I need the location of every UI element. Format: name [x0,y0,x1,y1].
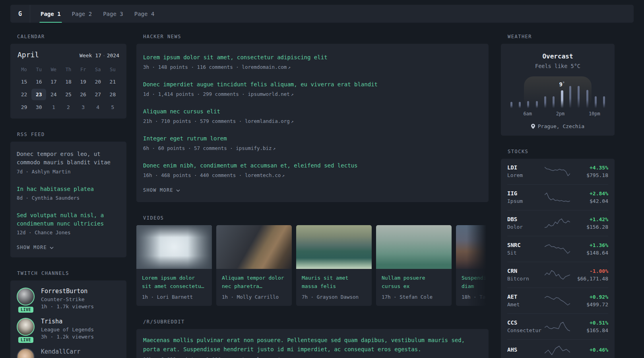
video-title-link[interactable]: Mauris sit amet massa felis [302,274,366,291]
stock-row[interactable]: LDI Lorem +4.35% $795.18 [507,159,608,184]
twitch-channel-row[interactable]: LIVE ForrestBurton Counter-Strike 1h · 1… [17,288,120,309]
rss-item-meta: 7d · Ashlyn Martin [17,169,120,175]
stock-sparkline [545,321,570,332]
external-link-icon: ↗ [290,119,294,124]
twitch-section-title: TWITCH CHANNELS [10,270,126,280]
twitch-channel-name[interactable]: KendallCarr [41,348,80,355]
tab-page-2[interactable]: Page 2 [66,5,98,23]
tab-page-3[interactable]: Page 3 [97,5,129,23]
video-card[interactable]: Aliquam tempor dolor nec pharetra… 1h · … [216,225,292,306]
temperature-bar-slot [592,84,600,108]
video-thumbnail[interactable] [136,225,212,269]
time-axis-label [600,111,608,117]
hn-item-link[interactable]: Integer eget rutrum lorem [143,134,482,143]
calendar-dow: We [46,65,61,75]
video-card[interactable]: Lorem ipsum dolor sit amet consectetu… 1… [136,225,212,306]
stock-row[interactable]: CRN Bitcorn -1.00% $66,171.48 [507,262,608,288]
hn-item-domain-link[interactable]: ipsumify.biz↗ [236,145,275,151]
video-card[interactable]: Nullam posuere cursus ex 17h · Stefan Co… [376,225,452,306]
reddit-post-domain-link[interactable]: loremnet.xyz↗ [257,356,297,358]
hn-show-more-button[interactable]: SHOW MORE [143,183,482,198]
stock-change: +2.84% [572,191,608,197]
hn-item-domain-link[interactable]: loremlandia.org↗ [245,118,294,124]
video-thumbnail[interactable] [296,225,372,269]
video-meta: 17h · Stefan Cole [382,294,446,300]
stock-ticker: CCS [507,319,542,326]
videos-widget: VIDEOS Lorem ipsum dolor sit amet consec… [136,215,489,306]
rss-show-more-button[interactable]: SHOW MORE [17,241,120,255]
weather-location-label: Prague, Czechia [538,123,584,129]
calendar-day-next-month: 2 [61,101,76,113]
rss-section-title: RSS FEED [10,132,126,142]
video-thumbnail[interactable] [456,225,489,269]
stock-row[interactable]: SNRC Sit +1.36% $148.64 [507,236,608,262]
video-card[interactable]: Mauris sit amet massa felis 7h · Grayson… [296,225,372,306]
stock-row[interactable]: AET Amet +0.92% $499.72 [507,288,608,313]
twitch-channel-row[interactable]: LIVE Trisha League of Legends 3h · 1.2k … [17,318,120,340]
time-axis-label [515,111,523,117]
video-title-link[interactable]: Lorem ipsum dolor sit amet consectetu… [142,274,206,291]
tab-page-1[interactable]: Page 1 [35,5,66,23]
time-axis-label [564,111,572,117]
rss-item: Sed volutpat nulla nisl, a condimentum n… [17,206,120,241]
stock-price: $156.28 [572,224,608,230]
calendar-day: 21 [105,76,120,88]
stock-name: Sit [507,250,542,256]
rss-item-link[interactable]: In hac habitasse platea [17,185,120,193]
video-title-link[interactable]: Aliquam tempor dolor nec pharetra… [222,274,286,291]
weather-hourly-chart: 9° [507,76,608,108]
stock-change: +1.42% [572,216,608,222]
hn-item-meta: 16h · 468 points · 440 comments · loremt… [143,172,482,178]
calendar-day-next-month: 1 [46,101,61,113]
stock-sparkline [545,218,570,228]
hn-item-link[interactable]: Donec enim nibh, condimentum et accumsan… [143,161,482,170]
video-title-link[interactable]: Suspendisse diam [462,274,489,291]
hn-item-domain-link[interactable]: loremtech.co↗ [245,172,285,178]
temperature-bar [510,102,512,108]
twitch-channel-name[interactable]: ForrestBurton [41,288,94,295]
twitch-channel-name[interactable]: Trisha [41,318,94,325]
calendar-day-next-month: 3 [76,101,91,113]
calendar-day: 15 [17,76,31,88]
twitch-channel-category: League of Legends [41,327,94,333]
dot-separator: · [101,53,107,58]
stock-name: Ipsum [507,198,542,204]
stock-ticker: DBS [507,216,542,222]
page-tabs: Page 1 Page 2 Page 3 Page 4 [30,5,160,23]
twitch-channel-row[interactable]: KendallCarr [17,348,120,358]
time-axis-label [581,111,589,117]
stock-row[interactable]: CCS Consectetur +0.51% $165.84 [507,313,608,339]
live-badge: LIVE [18,337,33,343]
hn-item-domain-link[interactable]: ipsumworld.net↗ [248,91,293,97]
tab-page-4[interactable]: Page 4 [129,5,160,23]
calendar-day: 18 [61,76,76,88]
chevron-down-icon [50,247,54,249]
rss-item-link[interactable]: Donec tempor eros leo, ut commodo mauris… [17,150,120,167]
calendar-grid: Mo Tu We Th Fr Sa Su 15 16 17 18 19 20 2… [17,65,120,113]
stock-row[interactable]: IIG Ipsum +2.84% $42.04 [507,184,608,210]
hn-item-domain-link[interactable]: loremdomain.com↗ [242,64,291,70]
hn-item-link[interactable]: Aliquam nec cursus elit [143,107,482,116]
video-meta: 1h · Molly Carrillo [222,294,286,300]
temperature-bar [569,86,571,108]
video-card[interactable]: Suspendisse diam 18h · Tara [456,225,489,306]
twitch-channel-meta: 1h · 1.7k viewers [41,304,94,309]
stock-row[interactable]: DBS Dolor +1.42% $156.28 [507,210,608,236]
time-axis-label: 2pm [556,111,565,117]
video-thumbnail[interactable] [376,225,452,269]
calendar-day: 28 [105,89,120,100]
video-title-link[interactable]: Nullam posuere cursus ex [382,274,446,291]
video-thumbnail[interactable] [216,225,292,269]
app-logo[interactable]: G [10,5,30,23]
stock-row[interactable]: AHS +0.46% [507,339,608,358]
reddit-post-link[interactable]: Maecenas mollis pulvinar erat non posuer… [143,336,482,354]
hn-item-link[interactable]: Lorem ipsum dolor sit amet, consectetur … [143,53,482,62]
stock-ticker: CRN [507,268,542,274]
hn-item-link[interactable]: Donec imperdiet augue tincidunt felis al… [143,80,482,89]
rss-item-link[interactable]: Sed volutpat nulla nisl, a condimentum n… [17,211,120,228]
chevron-down-icon [176,189,180,192]
rss-widget: RSS FEED Donec tempor eros leo, ut commo… [10,132,126,257]
rss-item: In hac habitasse platea 8d · Cynthia Sau… [17,180,120,206]
temperature-bar-slot [566,84,574,108]
weather-location: Prague, Czechia [507,123,608,129]
